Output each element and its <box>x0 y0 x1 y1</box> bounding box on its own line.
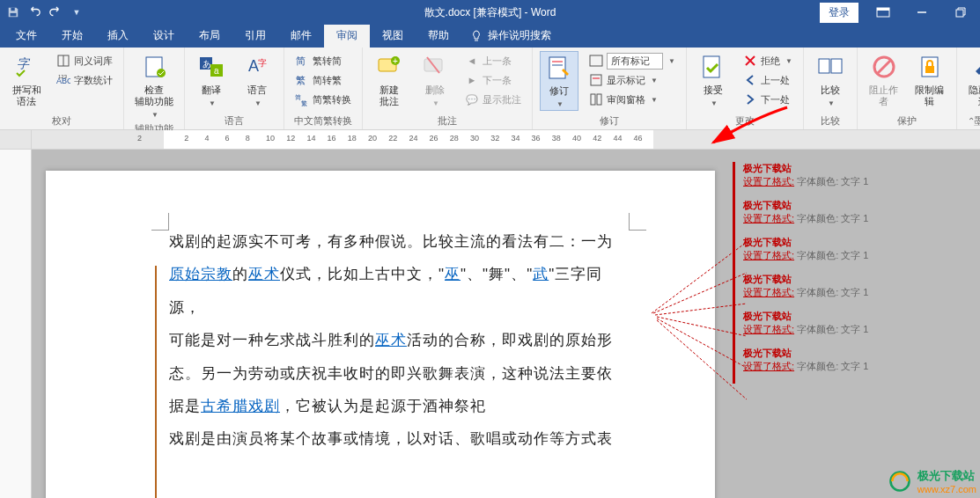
tab-mailings[interactable]: 邮件 <box>278 24 324 48</box>
accessibility-check-button[interactable]: 检查 辅助功能 ▼ <box>131 51 177 121</box>
title-bar: ▼ 散文.docx [兼容模式] - Word 登录 <box>0 0 980 25</box>
track-change-item[interactable]: 极光下载站设置了格式: 字体颜色: 文字 1 <box>733 310 980 336</box>
svg-text:简: 简 <box>296 55 306 66</box>
tab-home[interactable]: 开始 <box>49 24 95 48</box>
svg-rect-35 <box>591 94 595 105</box>
link-witchcraft-2[interactable]: 巫术 <box>375 332 407 348</box>
tab-file[interactable]: 文件 <box>4 24 49 48</box>
tell-me-search[interactable]: 操作说明搜索 <box>461 24 560 48</box>
translate-icon: あa <box>197 53 225 81</box>
tab-design[interactable]: 设计 <box>141 24 187 48</box>
svg-line-41 <box>877 60 891 74</box>
group-tracking: 修订▼ 所有标记▼ 显示标记▼ 审阅窗格▼ 修订 <box>533 48 687 129</box>
tell-me-label: 操作说明搜索 <box>488 28 551 43</box>
track-change-item[interactable]: 极光下载站设置了格式: 字体颜色: 文字 1 <box>733 199 980 225</box>
svg-rect-32 <box>590 55 602 66</box>
page[interactable]: 戏剧的起源实不可考，有多种假说。比较主流的看法有二：一为 原始宗教的巫术仪式，比… <box>46 171 715 498</box>
markup-icon <box>589 54 603 68</box>
spelling-button[interactable]: 字 拼写和语法 <box>7 51 46 109</box>
display-for-review-dropdown[interactable]: 所有标记▼ <box>586 51 679 70</box>
next-comment-button[interactable]: ►下一条 <box>461 70 525 90</box>
link-religion[interactable]: 原始宗教 <box>169 266 232 282</box>
book-icon <box>56 54 70 68</box>
reviewing-pane-button[interactable]: 审阅窗格▼ <box>586 90 679 109</box>
svg-rect-0 <box>11 8 14 11</box>
translate-button[interactable]: あa 翻译▼ <box>192 51 231 109</box>
show-icon: 💬 <box>465 92 479 106</box>
collapse-ribbon-icon[interactable]: ⌃ <box>968 116 975 126</box>
accept-button[interactable]: 接受▼ <box>694 51 733 109</box>
new-comment-button[interactable]: + 新建 批注 <box>370 51 409 109</box>
delete-comment-button[interactable]: 删除▼ <box>416 51 454 109</box>
lightbulb-icon <box>470 30 483 42</box>
track-icon <box>545 54 573 82</box>
link-greek-drama[interactable]: 古希腊戏剧 <box>201 398 280 414</box>
track-change-item[interactable]: 极光下载站设置了格式: 字体颜色: 文字 1 <box>733 236 980 262</box>
restrict-editing-button[interactable]: 限制编辑 <box>910 51 949 109</box>
svg-text:+: + <box>393 56 398 66</box>
next-icon: ► <box>465 73 479 87</box>
accessibility-icon <box>140 53 168 81</box>
block-authors-button[interactable]: 阻止作者 <box>865 51 903 109</box>
tab-layout[interactable]: 布局 <box>187 24 232 48</box>
svg-rect-36 <box>597 94 601 105</box>
track-change-item[interactable]: 极光下载站设置了格式: 字体颜色: 文字 1 <box>733 347 980 373</box>
hide-ink-button[interactable]: 隐藏墨 迹 <box>964 51 980 109</box>
show-comments-button[interactable]: 💬显示批注 <box>461 90 525 109</box>
svg-rect-38 <box>819 59 829 73</box>
group-changes: 接受▼ 拒绝▼ 上一处 下一处 更改 <box>687 48 804 129</box>
restore-icon[interactable] <box>941 0 980 25</box>
horizontal-ruler[interactable]: 2246810121416182022242628303234363840424… <box>0 130 980 150</box>
track-changes-pane: 极光下载站设置了格式: 字体颜色: 文字 1极光下载站设置了格式: 字体颜色: … <box>733 162 980 384</box>
svg-text:字: 字 <box>258 58 267 68</box>
reject-button[interactable]: 拒绝▼ <box>740 51 796 70</box>
ink-icon <box>969 53 980 81</box>
svg-rect-3 <box>877 8 889 11</box>
compare-icon <box>816 53 844 81</box>
prev-comment-button[interactable]: ◄上一条 <box>461 51 525 70</box>
svg-text:a: a <box>214 66 219 76</box>
language-button[interactable]: A字 语言▼ <box>238 51 276 109</box>
minimize-icon[interactable] <box>903 0 941 25</box>
svg-text:123: 123 <box>58 74 68 79</box>
tab-help[interactable]: 帮助 <box>416 24 461 48</box>
track-changes-button[interactable]: 修订▼ <box>540 51 578 111</box>
login-button[interactable]: 登录 <box>820 3 858 23</box>
group-compare: 比较▼ 比较 <box>804 48 858 129</box>
watermark-logo-icon <box>888 469 912 494</box>
reject-icon <box>743 54 757 68</box>
show-markup-button[interactable]: 显示标记▼ <box>586 70 679 90</box>
compare-button[interactable]: 比较▼ <box>811 51 850 109</box>
thesaurus-button[interactable]: 同义词库 <box>53 51 116 70</box>
svg-text:字: 字 <box>17 56 31 70</box>
tab-view[interactable]: 视图 <box>370 24 416 48</box>
svg-text:繁: 繁 <box>301 100 307 106</box>
trad-to-simp-button[interactable]: 简繁转简 <box>291 51 355 70</box>
track-change-item[interactable]: 极光下载站设置了格式: 字体颜色: 文字 1 <box>733 273 980 299</box>
simp-to-trad-button[interactable]: 繁简转繁 <box>291 70 355 90</box>
qat-customize-icon[interactable]: ▼ <box>67 3 86 22</box>
next-change-icon <box>743 92 757 106</box>
language-icon: A字 <box>243 53 271 81</box>
tab-insert[interactable]: 插入 <box>95 24 141 48</box>
word-count-button[interactable]: ABC123字数统计 <box>53 70 116 90</box>
ribbon-display-icon[interactable] <box>864 0 903 25</box>
delete-comment-icon <box>421 53 449 81</box>
convert-button[interactable]: 简繁简繁转换 <box>291 90 355 109</box>
quick-access-toolbar: ▼ <box>0 3 86 22</box>
tab-review[interactable]: 审阅 <box>324 24 370 48</box>
save-icon[interactable] <box>4 3 23 22</box>
tab-references[interactable]: 引用 <box>232 24 278 48</box>
prev-change-button[interactable]: 上一处 <box>740 70 796 90</box>
group-accessibility: 检查 辅助功能 ▼ 辅助功能 <box>124 48 185 129</box>
svg-rect-29 <box>549 57 565 78</box>
next-change-button[interactable]: 下一处 <box>740 90 796 109</box>
document-area: 戏剧的起源实不可考，有多种假说。比较主流的看法有二：一为 原始宗教的巫术仪式，比… <box>0 150 980 498</box>
link-witchcraft[interactable]: 巫术 <box>248 266 280 282</box>
accept-icon <box>699 53 727 81</box>
vertical-ruler[interactable] <box>0 150 32 498</box>
body-text[interactable]: 戏剧的起源实不可考，有多种假说。比较主流的看法有二：一为 原始宗教的巫术仪式，比… <box>169 225 627 456</box>
undo-icon[interactable] <box>25 3 44 22</box>
track-change-item[interactable]: 极光下载站设置了格式: 字体颜色: 文字 1 <box>733 162 980 188</box>
redo-icon[interactable] <box>46 3 65 22</box>
